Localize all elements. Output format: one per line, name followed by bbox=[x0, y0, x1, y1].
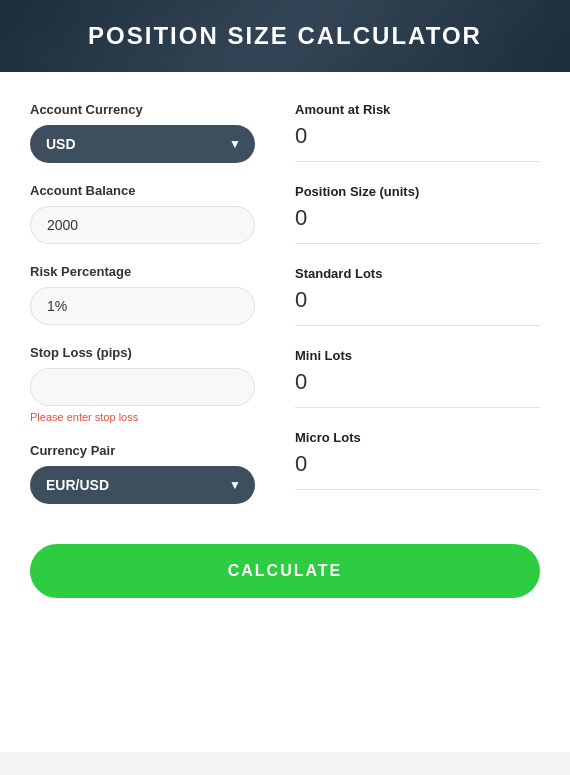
account-balance-group: Account Balance bbox=[30, 183, 255, 244]
position-size-label: Position Size (units) bbox=[295, 184, 540, 199]
amount-at-risk-group: Amount at Risk 0 bbox=[295, 102, 540, 162]
form-grid: Account Currency USD EUR GBP JPY ▼ Accou… bbox=[30, 102, 540, 524]
currency-pair-wrapper: EUR/USD GBP/USD USD/JPY AUD/USD ▼ bbox=[30, 466, 255, 504]
stop-loss-error: Please enter stop loss bbox=[30, 411, 255, 423]
micro-lots-label: Micro Lots bbox=[295, 430, 540, 445]
account-currency-group: Account Currency USD EUR GBP JPY ▼ bbox=[30, 102, 255, 163]
stop-loss-group: Stop Loss (pips) Please enter stop loss bbox=[30, 345, 255, 423]
standard-lots-group: Standard Lots 0 bbox=[295, 266, 540, 326]
main-content: Account Currency USD EUR GBP JPY ▼ Accou… bbox=[0, 72, 570, 752]
right-column: Amount at Risk 0 Position Size (units) 0… bbox=[285, 102, 540, 524]
stop-loss-input[interactable] bbox=[30, 368, 255, 406]
standard-lots-label: Standard Lots bbox=[295, 266, 540, 281]
risk-percentage-group: Risk Percentage bbox=[30, 264, 255, 325]
position-size-group: Position Size (units) 0 bbox=[295, 184, 540, 244]
account-currency-wrapper: USD EUR GBP JPY ▼ bbox=[30, 125, 255, 163]
page-title: POSITION SIZE CALCULATOR bbox=[20, 22, 550, 50]
amount-at-risk-label: Amount at Risk bbox=[295, 102, 540, 117]
page-header: POSITION SIZE CALCULATOR bbox=[0, 0, 570, 72]
micro-lots-value: 0 bbox=[295, 451, 540, 477]
currency-pair-select[interactable]: EUR/USD GBP/USD USD/JPY AUD/USD bbox=[30, 466, 255, 504]
stop-loss-label: Stop Loss (pips) bbox=[30, 345, 255, 360]
account-balance-input[interactable] bbox=[30, 206, 255, 244]
position-size-value: 0 bbox=[295, 205, 540, 231]
button-row: CALCULATE bbox=[30, 544, 540, 618]
calculate-button[interactable]: CALCULATE bbox=[30, 544, 540, 598]
account-balance-label: Account Balance bbox=[30, 183, 255, 198]
standard-lots-value: 0 bbox=[295, 287, 540, 313]
currency-pair-group: Currency Pair EUR/USD GBP/USD USD/JPY AU… bbox=[30, 443, 255, 504]
account-currency-label: Account Currency bbox=[30, 102, 255, 117]
mini-lots-value: 0 bbox=[295, 369, 540, 395]
risk-percentage-label: Risk Percentage bbox=[30, 264, 255, 279]
micro-lots-group: Micro Lots 0 bbox=[295, 430, 540, 490]
currency-pair-label: Currency Pair bbox=[30, 443, 255, 458]
left-column: Account Currency USD EUR GBP JPY ▼ Accou… bbox=[30, 102, 285, 524]
risk-percentage-input[interactable] bbox=[30, 287, 255, 325]
mini-lots-group: Mini Lots 0 bbox=[295, 348, 540, 408]
account-currency-select[interactable]: USD EUR GBP JPY bbox=[30, 125, 255, 163]
amount-at-risk-value: 0 bbox=[295, 123, 540, 149]
mini-lots-label: Mini Lots bbox=[295, 348, 540, 363]
